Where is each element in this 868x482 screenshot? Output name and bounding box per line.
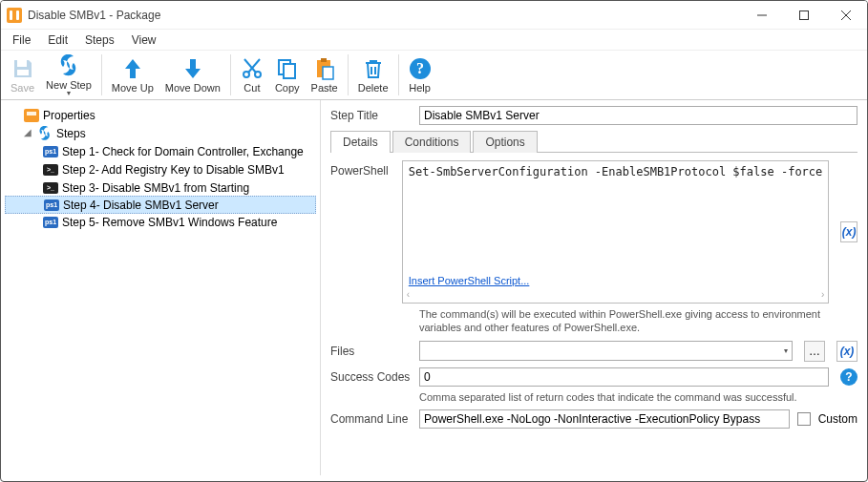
powershell-step-icon: ps1	[43, 215, 58, 230]
app-icon	[7, 8, 22, 23]
powershell-step-icon: ps1	[43, 144, 58, 159]
new-step-button[interactable]: New Step ▼	[40, 52, 97, 97]
save-icon	[11, 56, 34, 81]
delete-icon	[362, 56, 385, 81]
steps-icon	[37, 126, 53, 141]
paste-label: Paste	[311, 82, 338, 94]
help-icon: ?	[409, 56, 432, 81]
cut-button[interactable]: Cut	[235, 52, 269, 97]
toolbar: Save New Step ▼ Move Up Move Down	[1, 51, 867, 100]
success-codes-label: Success Codes	[330, 370, 412, 384]
tree-step-item[interactable]: >_Step 3- Disable SMBv1 from Starting	[5, 178, 316, 197]
maximize-button[interactable]	[783, 1, 825, 30]
tree-label: Steps	[56, 127, 86, 140]
svg-rect-13	[321, 58, 327, 62]
menu-edit[interactable]: Edit	[40, 31, 75, 49]
delete-label: Delete	[358, 82, 389, 94]
success-codes-input[interactable]	[419, 367, 829, 387]
success-codes-hint: Comma separated list of return codes tha…	[330, 390, 857, 404]
move-down-button[interactable]: Move Down	[159, 52, 226, 97]
cut-icon	[241, 56, 264, 81]
custom-checkbox[interactable]	[797, 412, 811, 426]
powershell-label: PowerShell	[330, 160, 394, 178]
files-browse-button[interactable]: …	[804, 341, 825, 362]
tab-options[interactable]: Options	[473, 131, 537, 153]
svg-rect-1	[800, 10, 809, 19]
menu-view[interactable]: View	[124, 31, 164, 49]
tree-step-label: Step 5- Remove SMBv1 Windows Feature	[62, 216, 277, 229]
command-step-icon: >_	[43, 180, 58, 196]
window-title: Disable SMBv1 - Package	[28, 9, 160, 22]
chevron-down-icon: ▾	[784, 346, 788, 355]
svg-rect-11	[284, 64, 295, 78]
svg-rect-5	[17, 70, 29, 75]
commandline-label: Command Line	[330, 412, 412, 426]
tree-step-item[interactable]: ps1Step 4- Disable SMBv1 Server	[5, 196, 316, 214]
tree-node-properties[interactable]: Properties	[5, 106, 316, 124]
horizontal-scrollbar[interactable]: ‹›	[403, 289, 828, 303]
commandline-input[interactable]	[419, 409, 790, 429]
menu-file[interactable]: File	[5, 31, 38, 49]
arrow-up-icon	[121, 56, 144, 81]
powershell-code[interactable]: Set-SmbServerConfiguration -EnableSMB1Pr…	[403, 161, 828, 272]
svg-rect-4	[17, 60, 27, 67]
tab-details[interactable]: Details	[330, 131, 391, 153]
tree-step-label: Step 4- Disable SMBv1 Server	[63, 199, 219, 212]
paste-button[interactable]: Paste	[306, 52, 344, 97]
chevron-down-icon: ▼	[65, 90, 72, 96]
copy-button[interactable]: Copy	[269, 52, 306, 97]
window-titlebar: Disable SMBv1 - Package	[1, 1, 867, 30]
delete-button[interactable]: Delete	[352, 52, 394, 97]
move-up-label: Move Up	[112, 82, 154, 94]
save-button[interactable]: Save	[5, 52, 40, 97]
powershell-editor[interactable]: Set-SmbServerConfiguration -EnableSMB1Pr…	[402, 160, 829, 304]
tab-conditions[interactable]: Conditions	[392, 131, 472, 153]
tree-step-label: Step 3- Disable SMBv1 from Starting	[62, 181, 249, 195]
tree-node-steps[interactable]: ◢ Steps	[5, 124, 316, 142]
powershell-step-icon: ps1	[44, 198, 59, 213]
move-up-button[interactable]: Move Up	[106, 52, 159, 97]
menu-bar: File Edit Steps View	[1, 30, 867, 51]
tree-step-item[interactable]: >_Step 2- Add Registry Key to Disable SM…	[5, 160, 316, 178]
menu-steps[interactable]: Steps	[77, 31, 122, 49]
package-icon	[24, 108, 39, 123]
tree-step-label: Step 1- Check for Domain Controller, Exc…	[62, 145, 304, 158]
variables-button[interactable]: (x)	[840, 221, 857, 242]
move-down-label: Move Down	[165, 82, 221, 94]
help-button[interactable]: ? Help	[403, 52, 437, 97]
details-panel: Step Title Details Conditions Options Po…	[321, 100, 867, 475]
nav-tree[interactable]: Properties ◢ Steps ps1Step 1- Check for …	[1, 100, 321, 475]
close-button[interactable]	[825, 1, 867, 30]
step-title-input[interactable]	[419, 106, 857, 125]
help-label: Help	[409, 82, 431, 94]
new-step-icon	[57, 53, 80, 78]
svg-text:?: ?	[416, 60, 424, 76]
tree-step-item[interactable]: ps1Step 5- Remove SMBv1 Windows Feature	[5, 213, 316, 231]
cut-label: Cut	[243, 82, 260, 94]
files-combo[interactable]: ▾	[419, 341, 793, 361]
arrow-down-icon	[181, 56, 204, 81]
tree-step-item[interactable]: ps1Step 1- Check for Domain Controller, …	[5, 142, 316, 160]
custom-label: Custom	[818, 412, 857, 426]
insert-script-link[interactable]: Insert PowerShell Script...	[409, 275, 530, 286]
step-title-label: Step Title	[330, 109, 412, 122]
copy-label: Copy	[275, 82, 300, 94]
files-label: Files	[330, 345, 412, 358]
svg-rect-14	[323, 67, 333, 79]
command-step-icon: >_	[43, 162, 58, 178]
help-icon[interactable]: ?	[840, 368, 857, 386]
tree-label: Properties	[43, 109, 95, 122]
tree-step-label: Step 2- Add Registry Key to Disable SMBv…	[62, 163, 285, 177]
tab-bar: Details Conditions Options	[330, 131, 857, 153]
powershell-hint: The command(s) will be executed within P…	[330, 307, 857, 335]
copy-icon	[276, 56, 299, 81]
expander-collapse-icon[interactable]: ◢	[22, 127, 33, 137]
paste-icon	[313, 56, 336, 81]
variables-button[interactable]: (x)	[836, 341, 857, 362]
save-label: Save	[11, 82, 34, 94]
minimize-button[interactable]	[741, 1, 783, 30]
